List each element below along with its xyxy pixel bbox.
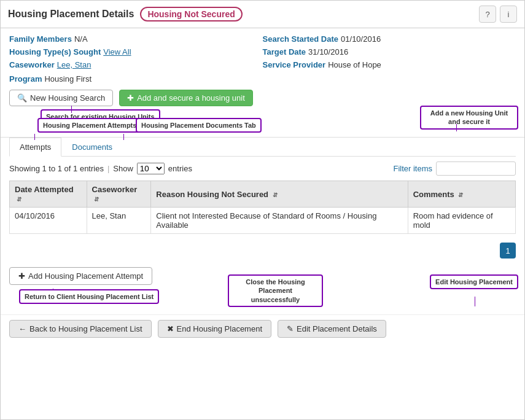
program-value: Housing First (44, 74, 91, 84)
edit-label: Edit Placement Details (297, 324, 377, 333)
family-members-value: N/A (74, 34, 88, 44)
service-provider-value: House of Hope (328, 60, 381, 69)
housing-types-label: Housing Type(s) Sought (9, 47, 101, 56)
end-housing-placement-button[interactable]: ✖ End Housing Placement (158, 320, 271, 338)
show-label: Show (113, 164, 133, 173)
new-housing-search-label: New Housing Search (30, 93, 105, 103)
filter-input[interactable] (436, 161, 516, 176)
sort-reason-icon: ⇵ (273, 192, 278, 198)
target-date-label: Target Date (263, 47, 306, 56)
sort-caseworker-icon: ⇵ (94, 196, 99, 203)
col-date-attempted[interactable]: Date Attempted ⇵ (10, 181, 87, 208)
col-caseworker[interactable]: Caseworker ⇵ (87, 181, 151, 208)
close-annotation: Close the Housing Placement unsuccessful… (228, 274, 323, 307)
tab-documents[interactable]: Documents (61, 138, 123, 157)
info-icon[interactable]: i (500, 6, 517, 23)
view-all-link[interactable]: View All (103, 47, 131, 56)
search-icon: 🔍 (17, 93, 27, 103)
edit-placement-details-button[interactable]: ✎ Edit Placement Details (278, 320, 386, 338)
service-provider-label: Service Provider (263, 60, 326, 69)
add-attempt-label: Add Housing Placement Attempt (28, 271, 143, 281)
attempts-tab-annotation: Housing Placement Attempts Tab (37, 118, 155, 133)
back-to-list-button[interactable]: ← Back to Housing Placement List (9, 320, 152, 338)
help-icon[interactable]: ? (479, 6, 496, 23)
search-started-label: Search Started Date (263, 34, 339, 44)
pencil-icon: ✎ (287, 324, 294, 333)
add-secure-unit-label: Add and secure a housing unit (137, 93, 245, 103)
attempts-tab-label: Attempts (20, 142, 51, 152)
back-label: Back to Housing Placement List (29, 324, 142, 333)
target-date-value: 31/10/2016 (308, 47, 348, 56)
cell-comments: Room had evidence of mold (408, 208, 515, 234)
return-annotation: Return to Client Housing Placement List (19, 289, 159, 304)
new-housing-search-button[interactable]: 🔍 New Housing Search (9, 90, 113, 106)
cell-date: 04/10/2016 (10, 208, 87, 234)
plus-icon: ✚ (127, 93, 134, 103)
page-title: Housing Placement Details (8, 9, 134, 20)
family-members-label: Family Members (9, 34, 72, 44)
add-secure-unit-button[interactable]: ✚ Add and secure a housing unit (119, 90, 253, 106)
search-started-value: 01/10/2016 (341, 34, 381, 44)
program-label: Program (9, 74, 42, 84)
status-badge: Housing Not Secured (140, 7, 242, 21)
sort-comments-icon: ⇵ (458, 192, 463, 198)
sort-date-icon: ⇵ (17, 196, 21, 203)
cell-caseworker: Lee, Stan (87, 208, 151, 234)
entries-label: entries (168, 164, 192, 173)
cross-icon: ✖ (167, 324, 174, 333)
add-housing-placement-attempt-button[interactable]: ✚ Add Housing Placement Attempt (9, 267, 152, 285)
table-row: 04/10/2016 Lee, Stan Client not Interest… (10, 208, 516, 234)
attempts-table: Date Attempted ⇵ Caseworker ⇵ Reason Hou… (9, 181, 516, 234)
col-comments[interactable]: Comments ⇵ (408, 181, 515, 208)
documents-tab-annotation: Housing Placement Documents Tab (136, 118, 262, 133)
table-info-text: Showing 1 to 1 of 1 entries (9, 164, 104, 173)
plus-circle-icon: ✚ (18, 271, 25, 281)
arrow-left-icon: ← (18, 324, 26, 333)
col-reason[interactable]: Reason Housing Not Secured ⇵ (151, 181, 408, 208)
show-entries-select[interactable]: 10 25 50 100 (137, 163, 165, 174)
end-label: End Housing Placement (177, 324, 262, 333)
tab-attempts[interactable]: Attempts (9, 138, 61, 157)
filter-label: Filter items (393, 164, 432, 173)
documents-tab-label: Documents (72, 142, 112, 152)
edit-annotation: Edit Housing Placement (430, 274, 518, 289)
cell-reason: Client not Interested Because of Standar… (151, 208, 408, 234)
caseworker-label: Caseworker (9, 60, 55, 69)
caseworker-link[interactable]: Lee, Stan (57, 60, 91, 69)
page-1-button[interactable]: 1 (500, 243, 516, 259)
